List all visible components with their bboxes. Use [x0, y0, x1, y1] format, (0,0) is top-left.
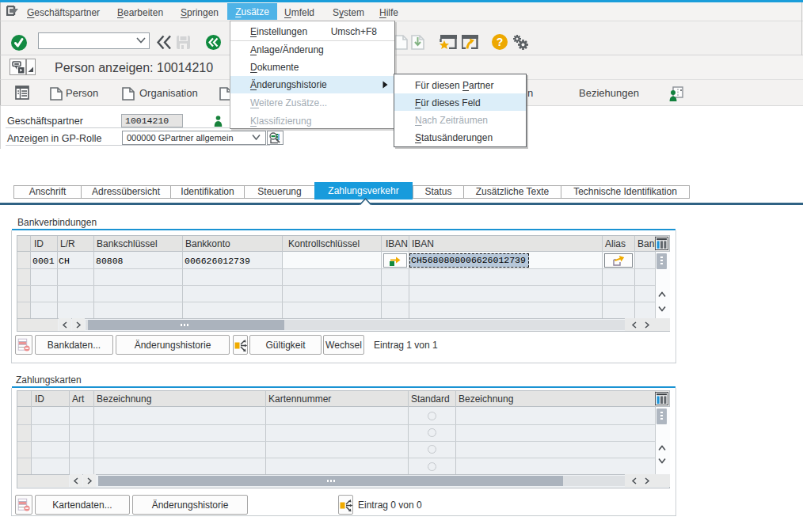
svg-text:?: ?	[497, 36, 504, 48]
